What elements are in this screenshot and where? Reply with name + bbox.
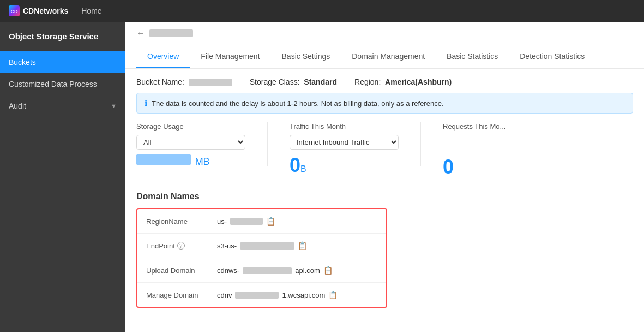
region-info: Region: America(Ashburn)	[354, 78, 452, 86]
copy-icon[interactable]: 📋	[298, 241, 307, 250]
copy-icon[interactable]: 📋	[266, 217, 275, 226]
storage-usage-value: MB	[136, 154, 245, 168]
traffic-value-container: 0B	[290, 154, 399, 177]
domain-key-upload: Upload Domain	[146, 266, 217, 275]
manage-blur	[235, 292, 279, 299]
domain-val-endpoint: s3-us- 📋	[217, 241, 377, 250]
main-layout: Object Storage Service Buckets Customize…	[0, 22, 644, 332]
tab-file-management[interactable]: File Management	[190, 45, 270, 68]
table-row: Upload Domain cdnws- api.com 📋	[137, 258, 386, 283]
storage-usage-label: Storage Usage	[136, 122, 245, 131]
content-body: Bucket Name: Storage Class: Standard Reg…	[125, 69, 644, 332]
storage-usage-unit: MB	[195, 156, 210, 167]
domain-names-section: Domain Names RegionName us- 📋	[136, 192, 633, 308]
requests-block: Requests This Mo... 0	[443, 122, 552, 179]
requests-value-container: 0	[443, 156, 552, 179]
domain-val-regionname: us- 📋	[217, 217, 377, 226]
traffic-value: 0	[290, 154, 300, 176]
tab-detection-statistics[interactable]: Detection Statistics	[509, 45, 595, 68]
regionname-blur	[230, 218, 263, 225]
stat-divider-1	[267, 122, 268, 166]
logo-text: CDNetworks	[23, 7, 68, 15]
bucket-name-value	[189, 79, 232, 86]
domain-key-regionname: RegionName	[146, 217, 217, 226]
notice-text: The data is counted and the delay is abo…	[152, 99, 444, 108]
table-row: Manage Domain cdnv 1.wcsapi.com 📋	[137, 283, 386, 307]
info-icon: ℹ	[145, 99, 147, 108]
back-button[interactable]: ←	[136, 28, 145, 38]
domain-names-title: Domain Names	[136, 192, 633, 201]
sidebar-item-customized-data-process[interactable]: Customized Data Process	[0, 73, 125, 95]
traffic-select[interactable]: Internet Inbound Traffic	[290, 135, 399, 150]
storage-usage-number-blur	[136, 154, 191, 165]
bucket-name-display	[149, 29, 193, 37]
domain-key-manage: Manage Domain	[146, 291, 217, 299]
traffic-unit: B	[300, 164, 306, 174]
table-row: EndPoint ? s3-us- 📋	[137, 234, 386, 258]
storage-class-value: Standard	[304, 78, 337, 86]
bucket-name-label: Bucket Name:	[136, 78, 232, 86]
requests-value: 0	[443, 156, 454, 178]
requests-label: Requests This Mo...	[443, 122, 552, 131]
storage-usage-select[interactable]: All	[136, 135, 245, 150]
tab-domain-management[interactable]: Domain Management	[341, 45, 436, 68]
sidebar-nav: Buckets Customized Data Process Audit ▼	[0, 51, 125, 117]
bucket-info-row: Bucket Name: Storage Class: Standard Reg…	[136, 78, 633, 86]
region-value: America(Ashburn)	[385, 78, 452, 86]
traffic-label: Traffic This Month	[290, 122, 399, 131]
service-title: Object Storage Service	[0, 22, 125, 51]
svg-text:CD: CD	[10, 9, 18, 14]
info-circle-icon[interactable]: ?	[177, 242, 185, 250]
logo: CD CDNetworks	[9, 5, 68, 16]
domain-key-endpoint: EndPoint ?	[146, 242, 217, 250]
notice-bar: ℹ The data is counted and the delay is a…	[136, 93, 633, 114]
endpoint-blur	[240, 242, 294, 250]
content-area: ← Overview File Management Basic Setting…	[125, 22, 644, 332]
storage-usage-block: Storage Usage All MB	[136, 122, 245, 168]
storage-class-info: Storage Class: Standard	[250, 78, 337, 86]
domain-names-table: RegionName us- 📋 EndPoint ?	[136, 208, 387, 308]
logo-icon: CD	[9, 5, 20, 16]
tabs-bar: Overview File Management Basic Settings …	[125, 45, 644, 69]
stat-divider-2	[420, 122, 421, 166]
tab-overview[interactable]: Overview	[136, 45, 190, 68]
stats-row: Storage Usage All MB Traffic This Month	[136, 122, 633, 179]
sidebar-item-audit[interactable]: Audit ▼	[0, 95, 125, 117]
sidebar-item-buckets[interactable]: Buckets	[0, 51, 125, 73]
table-row: RegionName us- 📋	[137, 209, 386, 234]
sidebar: Object Storage Service Buckets Customize…	[0, 22, 125, 332]
home-menu[interactable]: Home	[81, 7, 101, 15]
copy-icon[interactable]: 📋	[323, 266, 333, 275]
traffic-block: Traffic This Month Internet Inbound Traf…	[290, 122, 399, 177]
copy-icon[interactable]: 📋	[328, 290, 338, 299]
tab-basic-statistics[interactable]: Basic Statistics	[436, 45, 509, 68]
top-nav: CD CDNetworks Home	[0, 0, 644, 22]
upload-blur	[243, 267, 292, 274]
chevron-down-icon: ▼	[111, 103, 117, 109]
content-header: ←	[125, 22, 644, 45]
tab-basic-settings[interactable]: Basic Settings	[271, 45, 341, 68]
domain-val-manage: cdnv 1.wcsapi.com 📋	[217, 290, 377, 299]
domain-val-upload: cdnws- api.com 📋	[217, 266, 377, 275]
